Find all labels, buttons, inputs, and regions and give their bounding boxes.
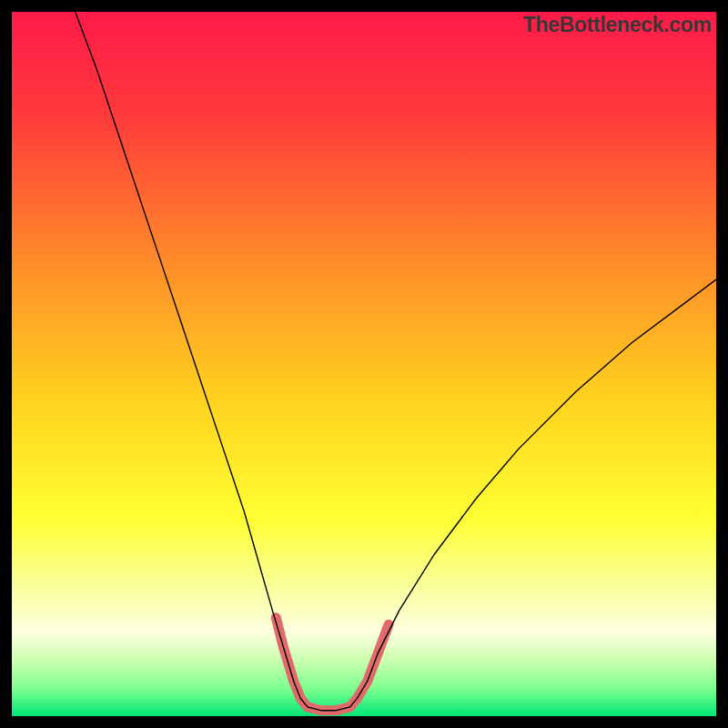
chart-frame — [12, 12, 716, 716]
watermark-text: TheBottleneck.com — [523, 13, 712, 37]
bottleneck-chart — [12, 12, 716, 716]
gradient-background — [12, 12, 716, 716]
